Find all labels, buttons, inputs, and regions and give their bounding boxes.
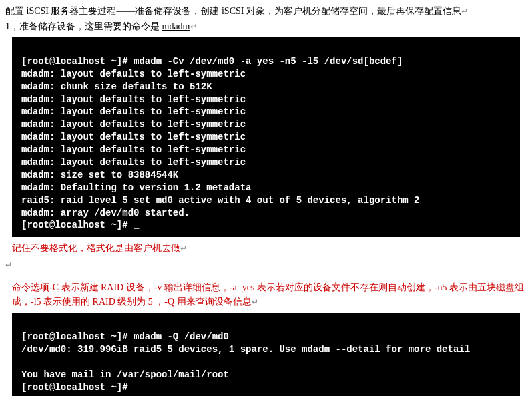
- intro-text-c: 服务器主要过程——准备储存设备，创建: [49, 6, 222, 16]
- term-line: raid5: raid level 5 set md0 active with …: [21, 195, 420, 206]
- formatting-mark: ↵: [180, 244, 187, 253]
- note-no-format: 记住不要格式化，格式化是由客户机去做↵: [12, 241, 527, 255]
- term-line: mdadm: layout defaults to left-symmetric: [21, 144, 246, 155]
- term-line: mdadm: layout defaults to left-symmetric: [21, 157, 246, 168]
- term-line: mdadm: Defaulting to version 1.2 metadat…: [21, 182, 251, 193]
- step-1-paragraph: 1，准备储存设备，这里需要的命令是 mdadm↵: [5, 19, 527, 33]
- term-line: mdadm: chunk size defaults to 512K: [21, 81, 212, 92]
- cmd-mdadm: mdadm: [162, 21, 190, 31]
- formatting-mark: ↵: [5, 260, 12, 270]
- intro-iscsi-1: iSCSI: [27, 6, 49, 16]
- term-line: mdadm: layout defaults to left-symmetric: [21, 132, 246, 142]
- empty-line: ↵: [5, 258, 527, 272]
- formatting-mark: ↵: [252, 297, 258, 307]
- term-line: mdadm: layout defaults to left-symmetric: [21, 106, 246, 117]
- term-line: [root@localhost ~]# mdadm -Q /dev/md0: [21, 331, 229, 342]
- note-options: 命令选项-C 表示新建 RAID 设备，-v 输出详细信息，-a=yes 表示若…: [12, 280, 527, 309]
- term-line: You have mail in /var/spool/mail/root: [21, 369, 229, 380]
- formatting-mark: ↵: [190, 22, 197, 31]
- horizontal-rule: [5, 276, 527, 276]
- term-line: [root@localhost ~]# _: [21, 382, 139, 393]
- term-line: [root@localhost ~]# _: [21, 220, 139, 230]
- step-1-text: 1，准备储存设备，这里需要的命令是: [5, 21, 162, 31]
- intro-text-a: 配置: [5, 6, 27, 16]
- intro-iscsi-2: iSCSI: [222, 6, 244, 16]
- term-line: mdadm: layout defaults to left-symmetric: [21, 94, 246, 105]
- note-text: 记住不要格式化，格式化是由客户机去做: [12, 243, 180, 253]
- term-line: /dev/md0: 319.99GiB raid5 5 devices, 1 s…: [21, 344, 470, 355]
- term-line: mdadm: layout defaults to left-symmetric: [21, 69, 246, 79]
- term-line: mdadm: layout defaults to left-symmetric: [21, 119, 246, 130]
- terminal-output-1: [root@localhost ~]# mdadm -Cv /dev/md0 -…: [12, 37, 520, 237]
- terminal-output-2: [root@localhost ~]# mdadm -Q /dev/md0 /d…: [12, 313, 520, 396]
- term-line: mdadm: size set to 83884544K: [21, 170, 178, 180]
- formatting-mark: ↵: [461, 7, 468, 16]
- intro-text-e: 对象，为客户机分配储存空间，最后再保存配置信息: [244, 6, 461, 16]
- intro-paragraph: 配置 iSCSI 服务器主要过程——准备储存设备，创建 iSCSI 对象，为客户…: [5, 4, 527, 18]
- term-line: [root@localhost ~]# mdadm -Cv /dev/md0 -…: [21, 56, 403, 67]
- note-options-text: 命令选项-C 表示新建 RAID 设备，-v 输出详细信息，-a=yes 表示若…: [12, 282, 524, 307]
- term-line: mdadm: array /dev/md0 started.: [21, 208, 190, 218]
